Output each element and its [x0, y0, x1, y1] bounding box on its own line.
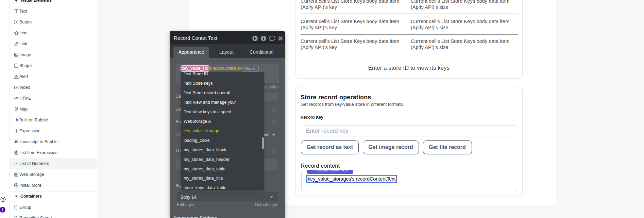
svg-text:b: b: [16, 118, 18, 122]
svg-text:JS: JS: [14, 140, 18, 144]
